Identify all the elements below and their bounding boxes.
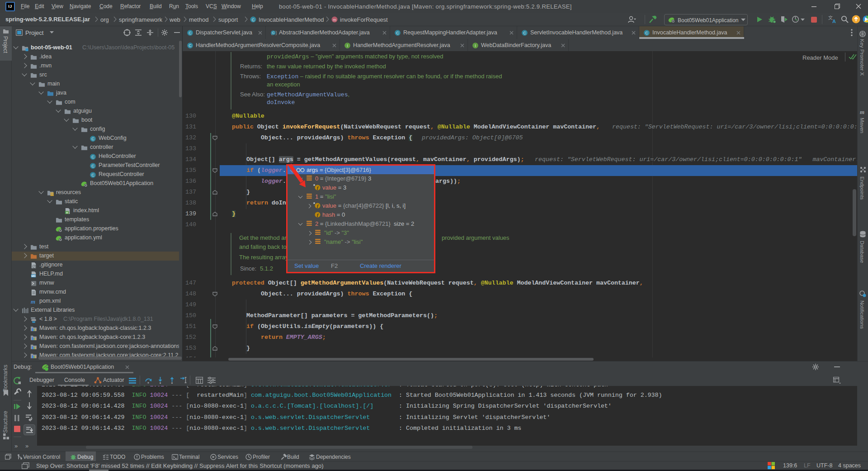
svg-text:I: I bbox=[475, 43, 476, 48]
svg-text:C: C bbox=[272, 31, 275, 35]
svg-text:C: C bbox=[189, 43, 192, 48]
svg-text:C: C bbox=[396, 31, 399, 35]
svg-text:C: C bbox=[91, 137, 94, 141]
svg-text:C: C bbox=[523, 31, 526, 35]
svg-text:m: m bbox=[333, 18, 336, 22]
svg-text:C: C bbox=[645, 31, 648, 35]
svg-text:H: H bbox=[66, 211, 68, 214]
svg-text:I: I bbox=[347, 43, 348, 48]
svg-text:C: C bbox=[91, 155, 94, 159]
svg-text:): ) bbox=[275, 30, 277, 36]
svg-text:MD: MD bbox=[31, 274, 36, 277]
svg-text:m: m bbox=[31, 298, 35, 305]
svg-text:C: C bbox=[91, 164, 94, 168]
svg-text:m: m bbox=[860, 109, 864, 115]
svg-text:C: C bbox=[189, 31, 192, 35]
svg-text:A: A bbox=[832, 19, 836, 24]
svg-text:C: C bbox=[252, 18, 255, 22]
svg-text:C: C bbox=[91, 173, 94, 177]
